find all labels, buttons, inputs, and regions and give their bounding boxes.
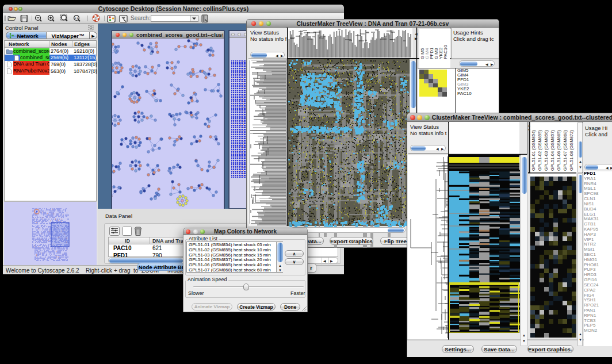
svg-text:1:1: 1:1 [75, 17, 79, 20]
svg-text:Search:: Search: [131, 15, 150, 21]
